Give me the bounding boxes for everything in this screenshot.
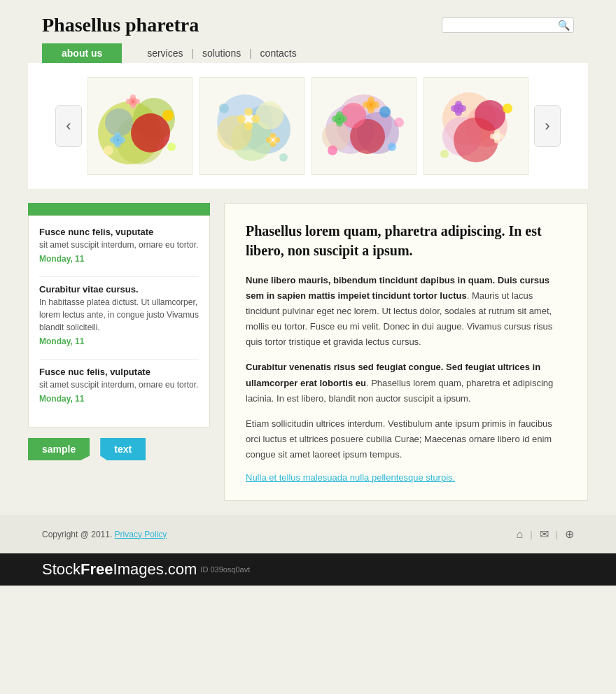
- nav-sep-1: [136, 48, 141, 59]
- header: Phasellus pharetra 🔍: [0, 0, 616, 43]
- nav-link-services[interactable]: services: [141, 48, 188, 59]
- news-date-3: Monday, 11: [39, 394, 199, 404]
- magnify-icon[interactable]: ⊕: [565, 527, 574, 541]
- news-title-3: Fusce nuc felis, vulputate: [39, 367, 199, 377]
- svg-point-7: [134, 99, 140, 104]
- carousel-next-button[interactable]: ›: [534, 105, 561, 147]
- search-icon[interactable]: 🔍: [558, 20, 570, 31]
- svg-point-39: [341, 103, 366, 128]
- svg-point-69: [494, 138, 500, 143]
- watermark-bold: Free: [80, 560, 113, 578]
- news-text-2: In habitasse platea dictust. Ut ullamcor…: [39, 296, 199, 334]
- svg-point-59: [454, 118, 498, 162]
- nav-links: services | solutions | contacts: [136, 48, 302, 59]
- carousel-image-2: [200, 77, 304, 175]
- footer-copyright: Copyright @ 2011.: [42, 530, 112, 539]
- svg-point-71: [440, 150, 449, 158]
- main-content: Fusce nunc felis, vuputate sit amet susc…: [28, 203, 588, 501]
- nav-link-contacts[interactable]: contacts: [255, 48, 302, 59]
- nav: about us services | solutions | contacts: [0, 43, 616, 63]
- watermark-id: ID 039osq0avt: [200, 565, 250, 574]
- news-title-2: Curabitur vitae cursus.: [39, 284, 199, 295]
- svg-point-27: [244, 122, 253, 130]
- svg-point-54: [394, 118, 404, 127]
- svg-point-34: [279, 153, 288, 162]
- svg-point-6: [126, 99, 132, 104]
- svg-point-16: [104, 146, 113, 155]
- right-panel-para3: Etiam sollicitudin ultrices interdum. Ve…: [246, 416, 566, 462]
- carousel-images: [88, 77, 528, 175]
- button-row: sample text: [28, 438, 210, 460]
- news-item-2: Curabitur vitae cursus. In habitasse pla…: [39, 284, 199, 346]
- right-panel-para1: Nune libero mauris, bibendum tincidunt d…: [246, 273, 566, 350]
- svg-point-26: [244, 108, 253, 116]
- news-text-3: sit amet suscipit interdum, ornare eu to…: [39, 378, 199, 391]
- footer-icon-sep-1: |: [530, 529, 532, 539]
- news-text-1: sit amet suscipit interdum, ornare eu to…: [39, 239, 199, 251]
- nav-sep-3: |: [246, 48, 254, 59]
- mail-icon[interactable]: ✉: [540, 527, 549, 541]
- svg-point-66: [490, 134, 496, 139]
- svg-point-52: [388, 143, 396, 151]
- svg-point-64: [455, 109, 462, 116]
- left-panel-body: Fusce nunc felis, vuputate sit amet susc…: [28, 215, 210, 427]
- nav-sep-2: |: [188, 48, 196, 59]
- svg-point-67: [498, 134, 504, 139]
- footer-left: Copyright @ 2011. Privacy Policy: [42, 530, 167, 539]
- svg-point-15: [162, 110, 174, 121]
- carousel-image-3: [312, 77, 416, 175]
- search-bar[interactable]: 🔍: [442, 17, 574, 33]
- svg-point-13: [114, 132, 121, 139]
- svg-point-29: [266, 137, 272, 143]
- svg-point-4: [105, 108, 133, 136]
- news-item-1: Fusce nunc felis, vuputate sit amet susc…: [39, 227, 199, 264]
- svg-point-31: [270, 133, 276, 139]
- site-title: Phasellus pharetra: [42, 14, 199, 36]
- svg-point-8: [130, 94, 136, 100]
- bottom-link[interactable]: Nulla et tellus malesuada nulla pellente…: [246, 472, 455, 483]
- watermark-text: StockFreeImages.com: [42, 560, 197, 579]
- svg-point-30: [274, 137, 280, 143]
- watermark-normal: Stock: [42, 560, 80, 578]
- carousel-prev-button[interactable]: ‹: [55, 105, 82, 147]
- search-input[interactable]: [446, 20, 558, 31]
- watermark-suffix: Images.com: [113, 560, 197, 578]
- watermark-bar: StockFreeImages.com ID 039osq0avt: [0, 553, 616, 586]
- svg-point-32: [270, 141, 276, 147]
- news-title-1: Fusce nunc felis, vuputate: [39, 227, 199, 237]
- divider-1: [39, 276, 199, 277]
- svg-point-25: [251, 115, 260, 123]
- footer-privacy-link[interactable]: Privacy Policy: [115, 530, 167, 539]
- svg-point-24: [237, 115, 246, 123]
- right-panel-heading: Phasellus lorem quam, pharetra adipiscin…: [246, 221, 566, 260]
- svg-point-70: [503, 104, 512, 113]
- right-panel-para2: Curabitur venenatis risus sed feugiat co…: [246, 360, 566, 406]
- news-date-2: Monday, 11: [39, 337, 199, 346]
- carousel-image-4: [424, 77, 528, 175]
- news-item-3: Fusce nuc felis, vulputate sit amet susc…: [39, 367, 199, 404]
- svg-point-50: [336, 120, 343, 127]
- news-date-1: Monday, 11: [39, 254, 199, 264]
- svg-point-33: [219, 104, 229, 113]
- svg-point-51: [379, 106, 391, 118]
- left-panel: Fusce nunc felis, vuputate sit amet susc…: [28, 203, 210, 501]
- text-button[interactable]: text: [100, 438, 146, 460]
- nav-link-solutions[interactable]: solutions: [197, 48, 246, 59]
- svg-point-49: [336, 111, 343, 118]
- right-panel: Phasellus lorem quam, pharetra adipiscin…: [224, 203, 588, 501]
- carousel-section: ‹: [28, 63, 588, 189]
- svg-point-9: [130, 103, 136, 108]
- home-icon[interactable]: ⌂: [517, 528, 524, 541]
- svg-point-45: [368, 106, 374, 113]
- footer: Copyright @ 2011. Privacy Policy ⌂ | ✉ |…: [0, 515, 616, 553]
- svg-point-22: [255, 101, 284, 129]
- left-panel-header: [28, 203, 210, 215]
- svg-point-68: [494, 129, 500, 135]
- carousel-image-1: [88, 77, 192, 175]
- nav-active-item[interactable]: about us: [42, 43, 122, 63]
- sample-button[interactable]: sample: [28, 438, 90, 460]
- svg-point-17: [167, 143, 176, 151]
- footer-icon-sep-2: |: [556, 529, 558, 539]
- svg-point-44: [368, 97, 374, 104]
- svg-point-53: [328, 146, 337, 155]
